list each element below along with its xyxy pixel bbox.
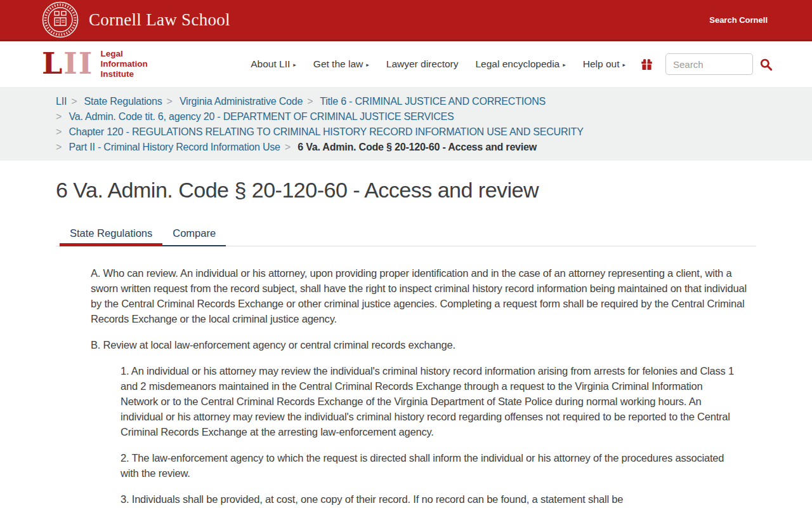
chevron-right-icon: ▸ <box>622 62 625 68</box>
breadcrumb-link-virginia-admin-code[interactable]: Virginia Administrative Code <box>180 96 303 107</box>
breadcrumb-separator: > <box>56 126 62 137</box>
lii-logo-link[interactable]: LII Legal Information Institute <box>42 49 148 79</box>
paragraph-b2: 2. The law-enforcement agency to which t… <box>121 450 740 481</box>
nav-item-about-lii[interactable]: About LII ▸ <box>251 58 296 70</box>
breadcrumb-link-agency-20[interactable]: Va. Admin. Code tit. 6, agency 20 - DEPA… <box>69 111 454 122</box>
breadcrumb: LII > State Regulations > Virginia Admin… <box>56 94 756 155</box>
main-nav-menu: About LII ▸ Get the law ▸ Lawyer directo… <box>251 58 625 70</box>
breadcrumb-separator: > <box>56 142 62 152</box>
lii-logo-text: Legal Information Institute <box>100 49 147 79</box>
breadcrumb-link-lii[interactable]: LII <box>56 96 67 107</box>
paragraph-b3: 3. Individuals shall be provided, at cos… <box>121 491 740 507</box>
cornell-wordmark: Cornell Law School <box>89 10 230 30</box>
lii-letters: LII <box>42 51 93 77</box>
search-icon <box>759 58 773 71</box>
breadcrumb-link-state-regulations[interactable]: State Regulations <box>84 96 162 107</box>
lii-navbar: LII Legal Information Institute About LI… <box>0 41 812 87</box>
search-submit-button[interactable] <box>759 58 773 71</box>
search-cornell-link[interactable]: Search Cornell <box>709 15 768 25</box>
tab-bar: State Regulations Compare <box>56 222 756 246</box>
paragraph-a: A. Who can review. An individual or his … <box>91 265 752 326</box>
paragraph-b: B. Review at local law-enforcement agenc… <box>91 337 752 352</box>
nav-item-help-out[interactable]: Help out ▸ <box>583 58 625 70</box>
page-title: 6 Va. Admin. Code § 20-120-60 - Access a… <box>56 178 756 203</box>
search-input[interactable] <box>665 53 753 75</box>
breadcrumb-current-page: 6 Va. Admin. Code § 20-120-60 - Access a… <box>298 142 537 152</box>
gift-icon <box>641 58 653 70</box>
nav-item-lawyer-directory[interactable]: Lawyer directory <box>386 58 459 70</box>
breadcrumb-separator: > <box>167 96 173 107</box>
breadcrumb-link-title-6[interactable]: Title 6 - CRIMINAL JUSTICE AND CORRECTIO… <box>320 96 546 107</box>
tab-compare[interactable]: Compare <box>162 222 226 246</box>
breadcrumb-separator: > <box>307 96 313 107</box>
nav-item-legal-encyclopedia[interactable]: Legal encyclopedia ▸ <box>475 58 565 70</box>
chevron-right-icon: ▸ <box>563 62 566 68</box>
regulation-text: A. Who can review. An individual or his … <box>91 265 752 507</box>
cornell-seal-icon <box>42 1 79 38</box>
breadcrumb-separator: > <box>285 142 291 152</box>
breadcrumb-link-chapter-120[interactable]: Chapter 120 - REGULATIONS RELATING TO CR… <box>69 126 583 137</box>
breadcrumb-link-part-ii[interactable]: Part II - Criminal History Record Inform… <box>69 142 280 152</box>
nav-item-get-the-law[interactable]: Get the law ▸ <box>313 58 369 70</box>
paragraph-b1: 1. An individual or his attorney may rev… <box>121 363 740 439</box>
breadcrumb-separator: > <box>71 96 77 107</box>
tab-state-regulations[interactable]: State Regulations <box>60 222 162 246</box>
cornell-banner: Cornell Law School Search Cornell <box>0 0 812 41</box>
breadcrumb-bar: LII > State Regulations > Virginia Admin… <box>0 87 812 161</box>
cornell-law-school-logo-link[interactable]: Cornell Law School <box>42 1 230 38</box>
donate-gift-button[interactable] <box>641 58 653 70</box>
main-content: 6 Va. Admin. Code § 20-120-60 - Access a… <box>56 178 756 507</box>
chevron-right-icon: ▸ <box>293 62 296 68</box>
breadcrumb-separator: > <box>56 111 62 122</box>
chevron-right-icon: ▸ <box>366 62 369 68</box>
